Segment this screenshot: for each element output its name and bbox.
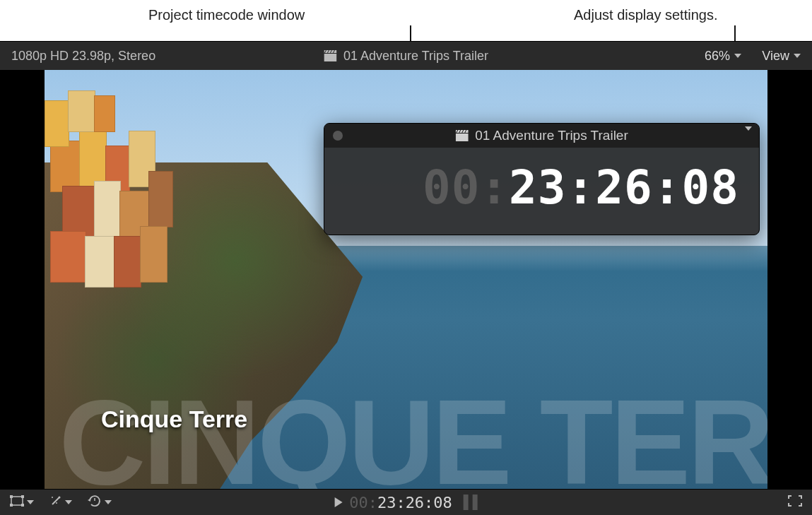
svg-rect-13 <box>10 495 13 498</box>
chevron-down-icon <box>734 54 741 58</box>
svg-point-18 <box>59 496 61 498</box>
svg-rect-6 <box>455 134 468 141</box>
format-readout: 1080p HD 23.98p, Stereo <box>11 49 155 64</box>
svg-marker-22 <box>88 499 90 502</box>
clapper-icon <box>324 50 336 61</box>
playhead-timecode[interactable]: 00:23:26:08 <box>334 494 478 511</box>
play-icon <box>334 497 342 507</box>
svg-rect-15 <box>10 504 13 507</box>
chevron-down-icon <box>794 54 801 58</box>
title-foreground-small: Cinque Terre <box>101 406 247 433</box>
callout-timecode-window: Project timecode window <box>148 7 305 23</box>
timecode-window-title-text: 01 Adventure Trips Trailer <box>475 128 628 143</box>
viewer-bottombar: 00:23:26:08 <box>0 489 812 515</box>
timecode-hours-dim: 00: <box>423 160 509 215</box>
svg-point-20 <box>56 502 57 504</box>
clapper-icon <box>455 130 468 141</box>
timecode-hours-dim: 00: <box>349 494 377 511</box>
callout-display-settings: Adjust display settings. <box>574 7 717 23</box>
project-title-text: 01 Adventure Trips Trailer <box>343 49 488 64</box>
retime-icon <box>88 495 102 511</box>
viewer-panel: 1080p HD 23.98p, Stereo 01 Adventure Tri… <box>0 41 812 515</box>
enhance-dropdown[interactable] <box>49 495 72 511</box>
project-title: 01 Adventure Trips Trailer <box>324 49 488 64</box>
chevron-down-icon <box>27 500 34 504</box>
svg-rect-14 <box>21 495 24 498</box>
view-label: View <box>762 49 789 64</box>
svg-line-17 <box>52 497 59 504</box>
annotation-layer: Project timecode window Adjust display s… <box>0 0 812 41</box>
timecode-window-title: 01 Adventure Trips Trailer <box>455 128 628 143</box>
timecode-display[interactable]: 00:23:26:08 <box>324 148 759 235</box>
timecode-settings-button[interactable] <box>745 131 752 143</box>
transform-icon <box>10 495 24 510</box>
viewer-toolbar: 1080p HD 23.98p, Stereo 01 Adventure Tri… <box>0 42 812 71</box>
wand-icon <box>49 495 62 511</box>
scene-village <box>45 70 334 321</box>
svg-rect-0 <box>324 54 336 61</box>
pause-indicator <box>464 495 478 510</box>
fullscreen-icon <box>788 495 802 507</box>
zoom-value: 66% <box>705 49 730 64</box>
chevron-down-icon <box>65 500 72 504</box>
svg-rect-16 <box>21 504 24 507</box>
retime-dropdown[interactable] <box>88 495 112 511</box>
timecode-window[interactable]: 01 Adventure Trips Trailer 00:23:26:08 <box>324 123 760 235</box>
close-icon[interactable] <box>333 131 343 141</box>
view-dropdown[interactable]: View <box>762 49 801 64</box>
zoom-dropdown[interactable]: 66% <box>705 49 741 64</box>
chevron-down-icon <box>105 500 112 504</box>
fullscreen-button[interactable] <box>788 495 802 510</box>
transform-dropdown[interactable] <box>10 495 34 510</box>
svg-point-19 <box>52 497 53 498</box>
timecode-value: 23:26:08 <box>509 160 739 215</box>
chevron-down-icon <box>745 126 752 143</box>
timecode-window-titlebar[interactable]: 01 Adventure Trips Trailer <box>324 124 759 148</box>
timecode-value: 23:26:08 <box>377 494 452 511</box>
svg-rect-12 <box>11 497 23 505</box>
